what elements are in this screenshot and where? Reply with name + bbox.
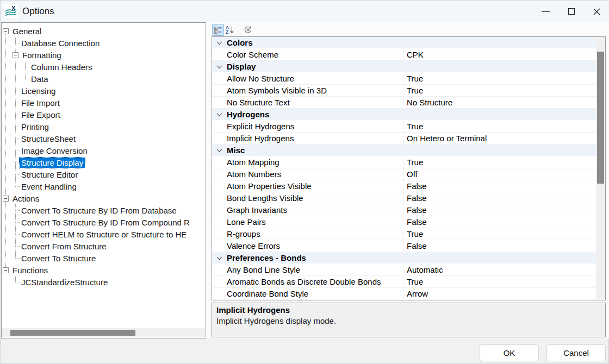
property-row-lone-pairs[interactable]: Lone PairsFalse <box>212 216 596 228</box>
chevron-down-icon[interactable] <box>212 61 227 72</box>
property-row-atom-numbers[interactable]: Atom NumbersOff <box>212 168 596 180</box>
property-value[interactable]: Off <box>403 168 596 180</box>
property-value[interactable]: On Hetero or Terminal <box>403 133 596 144</box>
property-row-allow-no-structure[interactable]: Allow No StructureTrue <box>212 73 596 85</box>
grid-vertical-scrollbar-thumb[interactable] <box>597 52 604 184</box>
collapse-toggle-icon[interactable] <box>3 267 9 273</box>
property-value[interactable]: True <box>403 228 596 240</box>
property-value[interactable]: True <box>403 121 596 132</box>
property-row-color-scheme[interactable]: Color SchemeCPK <box>212 49 596 61</box>
collapse-toggle-icon[interactable] <box>3 196 9 202</box>
property-value[interactable]: False <box>403 192 596 204</box>
alphabetical-sort-button[interactable]: A Z <box>224 24 236 36</box>
tree-item-database-connection[interactable]: Database Connection <box>2 37 205 49</box>
tree-item-column-headers[interactable]: Column Headers <box>2 61 205 73</box>
property-row-atom-symbols-visible-in-3d[interactable]: Atom Symbols Visible in 3DTrue <box>212 85 596 97</box>
tree-item-structuresheet[interactable]: StructureSheet <box>2 133 205 145</box>
ok-button[interactable]: OK <box>480 344 539 361</box>
category-row-preferences-bonds[interactable]: Preferences - Bonds <box>212 252 596 264</box>
property-row-aromatic-bonds-as-discrete-double-bonds[interactable]: Aromatic Bonds as Discrete Double BondsT… <box>212 276 596 288</box>
property-value[interactable]: False <box>403 240 596 252</box>
property-row-no-structure-text[interactable]: No Structure TextNo Structure <box>212 97 596 109</box>
category-row-misc[interactable]: Misc <box>212 145 596 156</box>
tree-item-image-conversion[interactable]: Image Conversion <box>2 145 205 156</box>
chevron-down-icon[interactable] <box>212 37 227 48</box>
tree-item-formatting[interactable]: Formatting <box>2 49 205 61</box>
tree-item-convert-to-structure[interactable]: Convert To Structure <box>2 252 205 264</box>
property-row-coordinate-bond-style[interactable]: Coordinate Bond StyleArrow <box>212 288 596 300</box>
tree-item-convert-to-structure-by-id-from-database[interactable]: Convert To Structure By ID From Database <box>2 204 205 216</box>
property-value[interactable]: False <box>403 216 596 228</box>
categorized-button[interactable] <box>212 24 224 36</box>
property-row-r-groups[interactable]: R-groupsTrue <box>212 228 596 240</box>
property-value[interactable]: Automatic <box>403 264 596 275</box>
tree-item-printing[interactable]: Printing <box>2 121 205 133</box>
tree-item-actions[interactable]: Actions <box>2 192 205 204</box>
tree-item-data[interactable]: Data <box>2 73 205 85</box>
tree-item-convert-from-structure[interactable]: Convert From Structure <box>2 240 205 252</box>
property-value[interactable]: True <box>403 73 596 84</box>
chevron-down-icon[interactable] <box>212 109 227 120</box>
tree-connector <box>15 162 20 163</box>
property-value[interactable]: Arrow <box>403 288 596 299</box>
property-row-implicit-hydrogens[interactable]: Implicit HydrogensOn Hetero or Terminal <box>212 133 596 145</box>
tree-item-structure-display[interactable]: Structure Display <box>2 156 205 168</box>
tree-horizontal-scrollbar[interactable] <box>2 328 205 337</box>
category-row-display[interactable]: Display <box>212 61 596 73</box>
category-row-hydrogens[interactable]: Hydrogens <box>212 109 596 121</box>
minimize-button[interactable] <box>533 1 558 22</box>
tree-item-label: JCStandardizeStructure <box>20 277 109 287</box>
tree-item-event-handling[interactable]: Event Handling <box>2 180 205 192</box>
tree-item-file-export[interactable]: File Export <box>2 109 205 121</box>
minimize-icon <box>542 11 550 12</box>
property-row-any-bond-line-style[interactable]: Any Bond Line StyleAutomatic <box>212 264 596 276</box>
tree-item-label: Convert To Structure By ID From Compound… <box>20 217 191 228</box>
property-value[interactable]: False <box>403 180 596 192</box>
grid-vertical-scrollbar[interactable] <box>596 37 605 300</box>
tree-horizontal-scrollbar-thumb[interactable] <box>10 330 135 336</box>
reset-icon <box>244 26 252 34</box>
property-value[interactable]: True <box>403 276 596 287</box>
tree-item-convert-helm-to-structure-or-structure-to-he[interactable]: Convert HELM to Structure or Structure t… <box>2 228 205 240</box>
tree-item-file-import[interactable]: File Import <box>2 97 205 109</box>
tree-item-jcstandardizestructure[interactable]: JCStandardizeStructure <box>2 276 205 288</box>
description-panel: Implicit Hydrogens Implicit Hydrogens di… <box>212 303 606 337</box>
tree-item-label: StructureSheet <box>20 134 77 144</box>
property-row-valence-errors[interactable]: Valence ErrorsFalse <box>212 240 596 252</box>
category-row-colors[interactable]: Colors <box>212 37 596 49</box>
tree-item-label: Structure Display <box>20 158 85 168</box>
chevron-glyph <box>217 254 222 260</box>
collapse-toggle-icon[interactable] <box>13 52 18 58</box>
cancel-button[interactable]: Cancel <box>546 344 606 361</box>
property-row-graph-invariants[interactable]: Graph InvariantsFalse <box>212 204 596 216</box>
property-value[interactable]: CPK <box>403 49 596 60</box>
chevron-glyph <box>217 63 222 68</box>
property-value[interactable]: True <box>403 85 596 96</box>
chevron-down-icon[interactable] <box>212 145 227 156</box>
property-value[interactable]: False <box>403 204 596 216</box>
property-row-explicit-hydrogens[interactable]: Explicit HydrogensTrue <box>212 121 596 133</box>
property-name: Atom Mapping <box>212 156 403 168</box>
close-button[interactable] <box>584 1 609 22</box>
reset-button[interactable] <box>242 24 254 36</box>
chevron-down-icon[interactable] <box>212 252 227 263</box>
tree-item-structure-editor[interactable]: Structure Editor <box>2 168 205 180</box>
property-grid: ColorsColor SchemeCPKDisplayAllow No Str… <box>212 36 606 300</box>
tree-item-functions[interactable]: Functions <box>2 264 205 276</box>
tree-item-general[interactable]: General <box>2 25 205 37</box>
collapse-toggle-icon[interactable] <box>3 28 9 34</box>
tree-item-licensing[interactable]: Licensing <box>2 85 205 97</box>
property-value[interactable]: True <box>403 156 596 168</box>
tree-item-label: General <box>11 26 43 36</box>
tree-item-label: Column Headers <box>29 62 94 72</box>
property-name: Atom Properties Visible <box>212 180 403 192</box>
property-row-atom-properties-visible[interactable]: Atom Properties VisibleFalse <box>212 180 596 192</box>
description-text: Implicit Hydrogens display mode. <box>216 316 601 326</box>
tree-connector <box>15 103 20 103</box>
tree-item-convert-to-structure-by-id-from-compound-r[interactable]: Convert To Structure By ID From Compound… <box>2 216 205 228</box>
tree-item-label: Image Conversion <box>20 146 89 156</box>
property-row-bond-lengths-visible[interactable]: Bond Lengths VisibleFalse <box>212 192 596 204</box>
property-value[interactable]: No Structure <box>403 97 596 108</box>
maximize-button[interactable] <box>558 1 584 22</box>
property-row-atom-mapping[interactable]: Atom MappingTrue <box>212 156 596 168</box>
